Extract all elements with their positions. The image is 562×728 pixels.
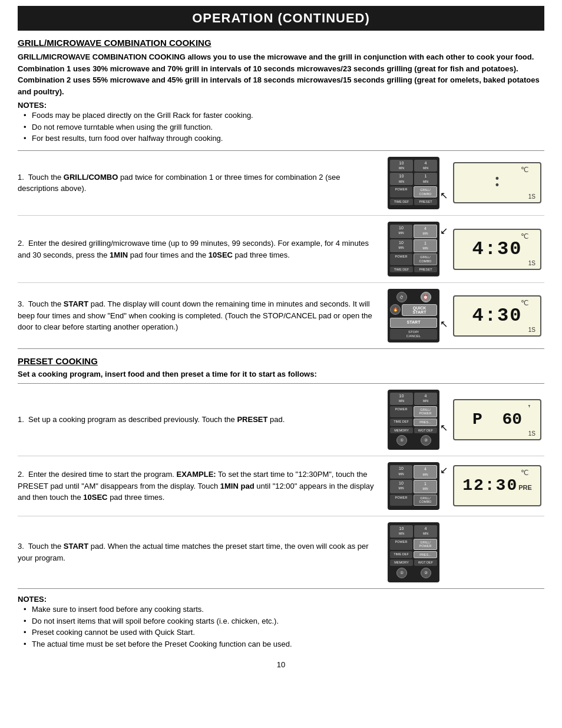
section1-step2-keypad: 10MIN 4MIN 10MIN 1MIN POWER GRILL/COMBO … bbox=[388, 222, 444, 276]
section2-step1-text: 1. Set up a cooking program as described… bbox=[18, 414, 378, 426]
section1-title: GRILL/MICROWAVE COMBINATION COOKING bbox=[18, 38, 544, 48]
section1-steps: 1. Touch the GRILL/COMBO pad twice for c… bbox=[18, 157, 544, 349]
section2-step3-keypad: 10MIN 4MIN POWER GRILL/POWER TIME DEF PR… bbox=[388, 522, 444, 582]
section2-step3-row: 3. Touch the START pad. When the actual … bbox=[18, 522, 544, 589]
section2-bullet-2: Do not insert items that will spoil befo… bbox=[24, 615, 544, 627]
page-number: 10 bbox=[18, 660, 544, 669]
section1-step1-display: ℃ •• 1S bbox=[453, 162, 544, 203]
section2-steps: 1. Set up a cooking program as described… bbox=[18, 390, 544, 589]
section2-bullet-4: The actual time must be set before the P… bbox=[24, 638, 544, 650]
section1-step3-row: 3. Touch the START pad. The display will… bbox=[18, 289, 544, 349]
section1-notes-label: NOTES: bbox=[18, 101, 544, 110]
section2-bullet-1: Make sure to insert food before any cook… bbox=[24, 604, 544, 615]
section1-body-text: GRILL/MICROWAVE COMBINATION COOKING allo… bbox=[18, 52, 540, 96]
section2-subheader: Set a cooking program, insert food and t… bbox=[18, 370, 544, 378]
section2-step2-row: 2. Enter the desired time to start the p… bbox=[18, 462, 544, 516]
section1-step1-row: 1. Touch the GRILL/COMBO pad twice for c… bbox=[18, 157, 544, 216]
section1-body: GRILL/MICROWAVE COMBINATION COOKING allo… bbox=[18, 51, 544, 97]
section2-step1-keypad: 10MIN 4MIN POWER GRILL/POWER TIME DEF PR… bbox=[388, 390, 444, 450]
section1-bullet-1: Foods may be placed directly on the Gril… bbox=[24, 110, 544, 121]
section2-step2-text: 2. Enter the desired time to start the p… bbox=[18, 469, 378, 503]
step1-num: 1. Touch the GRILL/COMBO pad twice for c… bbox=[18, 173, 340, 193]
section2-step2-keypad: 10MIN 4MIN 10MIN 1MIN POWER GRILL/COMBO … bbox=[388, 462, 444, 510]
section1-step2-display: ℃ 4:30 1S bbox=[453, 229, 544, 270]
section1-step3-keypad: ⏱ ⏰ 🔥 QUICKSTART START STOP/CANCEL ↖ bbox=[388, 289, 444, 342]
section1-step2-text: 2. Enter the desired grilling/microwave … bbox=[18, 238, 378, 261]
section1-step1-text: 1. Touch the GRILL/COMBO pad twice for c… bbox=[18, 172, 378, 195]
section1-bullets: Foods may be placed directly on the Gril… bbox=[24, 110, 544, 144]
section1-step1-keypad: 10MIN 4MIN 10MIN 1MIN POWER GRILL/COMBO … bbox=[388, 157, 444, 209]
section1-bullet-3: For best results, turn food over halfway… bbox=[24, 133, 544, 144]
page-title: OPERATION (CONTINUED) bbox=[18, 6, 544, 31]
section1-step2-row: 2. Enter the desired grilling/microwave … bbox=[18, 222, 544, 283]
divider-2 bbox=[18, 383, 544, 384]
section1-step3-text: 3. Touch the START pad. The display will… bbox=[18, 298, 378, 333]
section2-title: PRESET COOKING bbox=[18, 356, 544, 366]
section2-step2-display: ℃ 12:30 PRE bbox=[453, 465, 544, 506]
divider-1 bbox=[18, 150, 544, 151]
section2-notes-label: NOTES: bbox=[18, 595, 544, 604]
section2-bullet-3: Preset cooking cannot be used with Quick… bbox=[24, 627, 544, 638]
section1-step3-display: ℃ 4:30 1S bbox=[453, 295, 544, 337]
section1-bullet-2: Do not remove turntable when using the g… bbox=[24, 121, 544, 133]
section2-step1-row: 1. Set up a cooking program as described… bbox=[18, 390, 544, 456]
section2-step1-display: 𝄾𝄾𝄾 P 60 1S bbox=[453, 399, 544, 440]
section2-step3-text: 3. Touch the START pad. When the actual … bbox=[18, 541, 378, 564]
section2-bullets: Make sure to insert food before any cook… bbox=[24, 604, 544, 650]
